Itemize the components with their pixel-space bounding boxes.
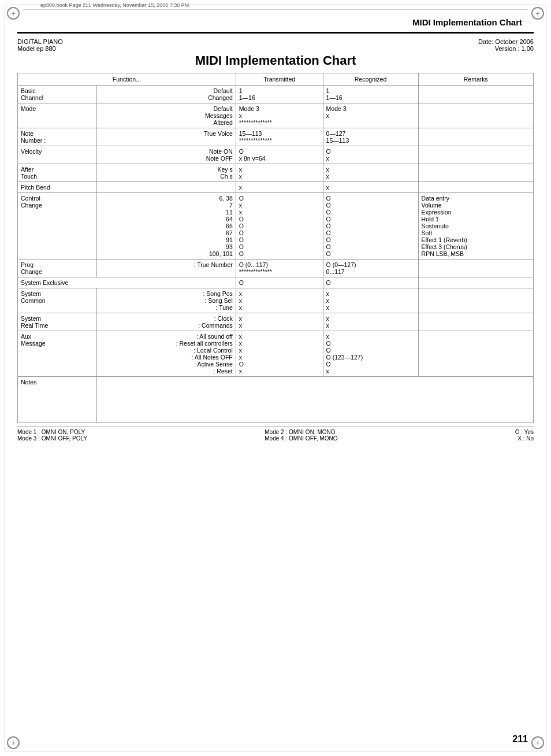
transmitted-cell: x x (236, 313, 323, 331)
func-sub-cell: : Song Pos : Song Sel : Tune (96, 288, 236, 313)
doc-version: Version : 1.00 (478, 45, 534, 52)
recognized-cell: x x x (323, 288, 418, 313)
header-transmitted: Transmitted (236, 73, 323, 86)
func-main-cell: After Touch (18, 164, 97, 182)
func-main-cell: Velocity (18, 146, 97, 164)
doc-meta-left: DIGITAL PIANO Model ep 880 (17, 38, 63, 52)
table-row: System ExclusiveOO (18, 277, 534, 288)
table-row: Pitch Bendxx (18, 182, 534, 193)
table-row: System Real Time: Clock : Commandsx xx x (18, 313, 534, 331)
sysex-remarks-cell (418, 277, 533, 288)
transmitted-cell: x x x (236, 288, 323, 313)
top-bar: ep880.book Page 211 Wednesday, November … (23, 2, 528, 10)
transmitted-cell: x (236, 182, 323, 193)
doc-date: Date: October 2006 (478, 38, 534, 45)
remarks-cell (418, 164, 533, 182)
o-yes-label: O : Yes (515, 429, 534, 435)
table-row: ModeDefault Messages AlteredMode 3 x ***… (18, 103, 534, 128)
mode2-label: Mode 2 : OMNI ON, MONO (265, 429, 337, 435)
func-main-cell: Pitch Bend (18, 182, 97, 193)
table-row: Aux Message: All sound off : Reset all c… (18, 331, 534, 377)
mode4-label: Mode 4 : OMNI OFF, MONO (265, 435, 337, 442)
notes-content-cell (96, 377, 533, 423)
page-title: MIDI Implementation Chart (412, 17, 522, 27)
func-sub-cell: : Clock : Commands (96, 313, 236, 331)
table-row: Notes (18, 377, 534, 423)
transmitted-cell: O (0...117) ************** (236, 260, 323, 277)
table-row: System Common: Song Pos : Song Sel : Tun… (18, 288, 534, 313)
func-sub-cell (96, 182, 236, 193)
func-main-cell: Prog Change (18, 260, 97, 277)
func-main-cell: Aux Message (18, 331, 97, 377)
mode1-label: Mode 1 : OMNI ON, POLY (17, 429, 87, 435)
transmitted-cell: 1 1—16 (236, 86, 323, 103)
chart-main-title: MIDI Implementation Chart (17, 53, 534, 68)
mode3-label: Mode 3 : OMNI OFF, POLY (17, 435, 87, 442)
func-sub-cell: 6, 38 7 11 64 66 67 91 93 100, 101 (96, 193, 236, 260)
title-rule (17, 32, 534, 34)
remarks-cell: Data entry Volume Expression Hold 1 Sost… (418, 193, 533, 260)
sysex-recognized-cell: O (323, 277, 418, 288)
recognized-cell: 1 1—16 (323, 86, 418, 103)
transmitted-cell: O x 8n v=64 (236, 146, 323, 164)
recognized-cell: x x (323, 164, 418, 182)
transmitted-cell: 15—113 ************** (236, 128, 323, 146)
recognized-cell: Mode 3 x (323, 103, 418, 128)
recognized-cell: O O O O O O O O O (323, 193, 418, 260)
func-sub-cell: Key s Ch s (96, 164, 236, 182)
remarks-cell (418, 182, 533, 193)
page-header: MIDI Implementation Chart (0, 17, 551, 27)
notes-func-cell: Notes (18, 377, 97, 423)
header-function: Function... (18, 73, 236, 86)
table-row: After TouchKey s Ch sx xx x (18, 164, 534, 182)
recognized-cell: x (323, 182, 418, 193)
footer-right: O : Yes X : No (515, 429, 534, 442)
transmitted-cell: O x x O O O O O O (236, 193, 323, 260)
transmitted-cell: x x (236, 164, 323, 182)
sysex-transmitted-cell: O (236, 277, 323, 288)
corner-br (531, 736, 544, 749)
remarks-cell (418, 288, 533, 313)
table-row: Note Number :True Voice15—113 **********… (18, 128, 534, 146)
product-name: DIGITAL PIANO (17, 38, 63, 45)
table-row: Prog Change: True NumberO (0...117) ****… (18, 260, 534, 277)
recognized-cell: O (0—127) 0...117 (323, 260, 418, 277)
func-main-cell: Control Change (18, 193, 97, 260)
recognized-cell: O x (323, 146, 418, 164)
footer-left: Mode 1 : OMNI ON, POLY Mode 3 : OMNI OFF… (17, 429, 87, 442)
remarks-cell (418, 128, 533, 146)
func-sub-cell: Default Messages Altered (96, 103, 236, 128)
recognized-cell: x O O O (123—127) O x (323, 331, 418, 377)
remarks-cell (418, 103, 533, 128)
remarks-cell (418, 260, 533, 277)
header-remarks: Remarks (418, 73, 533, 86)
func-main-cell: Basic Channel (18, 86, 97, 103)
func-sub-cell: Default Changed (96, 86, 236, 103)
func-main-cell: System Real Time (18, 313, 97, 331)
sysex-func-cell: System Exclusive (18, 277, 236, 288)
func-sub-cell: True Voice (96, 128, 236, 146)
func-main-cell: Note Number : (18, 128, 97, 146)
table-row: Basic ChannelDefault Changed1 1—161 1—16 (18, 86, 534, 103)
footer-legends: Mode 1 : OMNI ON, POLY Mode 3 : OMNI OFF… (17, 427, 534, 442)
page-number: 211 (512, 734, 528, 744)
header-recognized: Recognized (323, 73, 418, 86)
remarks-cell (418, 313, 533, 331)
func-sub-cell: Note ON Note OFF (96, 146, 236, 164)
func-sub-cell: : True Number (96, 260, 236, 277)
doc-meta: DIGITAL PIANO Model ep 880 Date: October… (17, 38, 534, 52)
content-area: DIGITAL PIANO Model ep 880 Date: October… (17, 32, 534, 721)
func-sub-cell: : All sound off : Reset all controllers … (96, 331, 236, 377)
top-bar-text: ep880.book Page 211 Wednesday, November … (23, 2, 528, 8)
x-no-label: X : No (515, 435, 534, 442)
remarks-cell (418, 86, 533, 103)
midi-table: Function... Transmitted Recognized Remar… (17, 73, 534, 423)
func-main-cell: Mode (18, 103, 97, 128)
transmitted-cell: x x x x O x (236, 331, 323, 377)
transmitted-cell: Mode 3 x ************** (236, 103, 323, 128)
footer-center: Mode 2 : OMNI ON, MONO Mode 4 : OMNI OFF… (265, 429, 337, 442)
model-name: Model ep 880 (17, 45, 63, 52)
recognized-cell: x x (323, 313, 418, 331)
table-row: Control Change6, 38 7 11 64 66 67 91 93 … (18, 193, 534, 260)
recognized-cell: 0—127 15—113 (323, 128, 418, 146)
